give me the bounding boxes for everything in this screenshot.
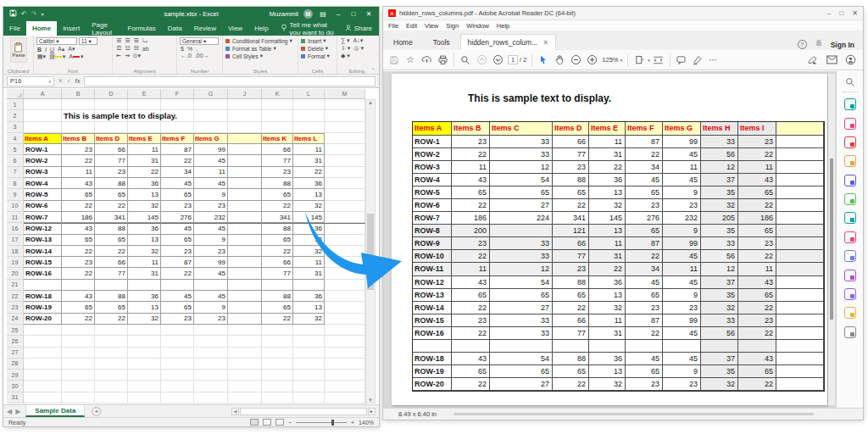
name-box[interactable]: P16▾ bbox=[7, 76, 54, 86]
excel-cell[interactable] bbox=[24, 392, 62, 403]
close-doc-tab-icon[interactable]: ✕ bbox=[542, 38, 548, 47]
cell-styles-button[interactable]: Cell Styles ▾ bbox=[225, 53, 296, 59]
excel-row-label-cell[interactable]: ROW-13 bbox=[24, 235, 62, 246]
excel-header-cell[interactable]: Items A bbox=[24, 133, 62, 144]
excel-cell[interactable] bbox=[95, 325, 128, 336]
excel-data-cell[interactable]: 66 bbox=[262, 257, 293, 268]
excel-cell[interactable] bbox=[194, 99, 228, 110]
request-signatures-icon[interactable] bbox=[844, 270, 856, 281]
row-number[interactable]: 21 bbox=[7, 280, 24, 291]
column-header-G[interactable]: G bbox=[194, 89, 228, 99]
excel-tab-page-layout[interactable]: Page Layout bbox=[86, 21, 121, 36]
excel-data-cell[interactable]: 34 bbox=[161, 167, 194, 178]
print-icon[interactable] bbox=[435, 53, 450, 67]
excel-data-cell[interactable]: 9 bbox=[194, 189, 228, 200]
excel-data-cell[interactable]: 45 bbox=[194, 268, 228, 279]
excel-data-cell[interactable]: 23 bbox=[194, 201, 228, 212]
excel-cell[interactable] bbox=[325, 235, 365, 246]
excel-row-label-cell[interactable]: ROW-1 bbox=[24, 144, 62, 155]
excel-row-label-cell[interactable]: ROW-7 bbox=[24, 212, 62, 223]
excel-row-label-cell[interactable]: ROW-18 bbox=[24, 291, 62, 302]
column-header-E[interactable]: E bbox=[128, 89, 161, 99]
excel-cell[interactable] bbox=[62, 336, 95, 347]
excel-data-cell[interactable]: 43 bbox=[62, 178, 95, 189]
excel-cell[interactable] bbox=[228, 348, 262, 359]
excel-cell[interactable] bbox=[62, 381, 95, 392]
excel-data-cell[interactable]: 66 bbox=[262, 144, 293, 155]
excel-header-cell[interactable]: Items E bbox=[128, 133, 161, 144]
tab-document[interactable]: hidden_rows_colum...✕ bbox=[460, 34, 557, 50]
menu-edit[interactable]: Edit bbox=[406, 22, 417, 30]
underline-button[interactable]: U bbox=[49, 47, 55, 53]
page-display-icon[interactable] bbox=[632, 53, 647, 67]
excel-data-cell[interactable]: 22 bbox=[262, 201, 293, 212]
menu-window[interactable]: Window bbox=[466, 22, 489, 30]
font-grow-icon[interactable]: A▴ bbox=[57, 46, 65, 53]
excel-cell[interactable] bbox=[24, 325, 62, 336]
row-number[interactable]: 19 bbox=[7, 257, 24, 268]
excel-cell[interactable] bbox=[161, 381, 194, 392]
excel-data-cell[interactable]: 22 bbox=[95, 314, 128, 325]
excel-cell[interactable] bbox=[161, 336, 194, 347]
collapse-ribbon-icon[interactable]: ⌃ bbox=[371, 67, 376, 73]
formula-input[interactable] bbox=[84, 76, 376, 86]
excel-data-cell[interactable]: 22 bbox=[62, 246, 95, 257]
page-break-view-icon[interactable] bbox=[275, 419, 284, 426]
excel-data-cell[interactable] bbox=[228, 246, 262, 257]
excel-data-cell[interactable]: 22 bbox=[161, 155, 194, 166]
excel-data-cell[interactable]: 11 bbox=[128, 257, 161, 268]
comment-tool-icon[interactable] bbox=[674, 53, 689, 67]
excel-tab-formulas[interactable]: Formulas bbox=[121, 21, 161, 36]
excel-cell[interactable] bbox=[194, 280, 228, 291]
excel-cell[interactable] bbox=[262, 348, 293, 359]
excel-data-cell[interactable]: 65 bbox=[161, 189, 194, 200]
account-icon[interactable] bbox=[843, 53, 858, 67]
menu-sign[interactable]: Sign bbox=[446, 22, 459, 30]
excel-data-cell[interactable]: 23 bbox=[262, 167, 293, 178]
excel-cell[interactable] bbox=[161, 280, 194, 291]
excel-data-cell[interactable] bbox=[228, 189, 262, 200]
row-number[interactable]: 16 bbox=[7, 223, 24, 234]
row-number[interactable]: 18 bbox=[7, 246, 24, 257]
excel-data-cell[interactable]: 11 bbox=[62, 167, 95, 178]
excel-cell[interactable] bbox=[161, 122, 194, 133]
excel-row-label-cell[interactable]: ROW-20 bbox=[24, 314, 62, 325]
excel-data-cell[interactable]: 11 bbox=[128, 144, 161, 155]
column-header-F[interactable]: F bbox=[161, 89, 194, 99]
excel-data-cell[interactable]: 45 bbox=[194, 291, 228, 302]
excel-data-cell[interactable]: 23 bbox=[161, 201, 194, 212]
excel-data-cell[interactable]: 45 bbox=[194, 155, 228, 166]
format-cells-button[interactable]: Format ▾ bbox=[301, 53, 335, 59]
excel-cell[interactable] bbox=[128, 99, 161, 110]
excel-cell[interactable] bbox=[325, 189, 365, 200]
row-number[interactable]: 8 bbox=[7, 178, 24, 189]
excel-data-cell[interactable]: 45 bbox=[161, 178, 194, 189]
excel-cell[interactable] bbox=[62, 99, 95, 110]
merge-center-icon[interactable]: ⊙▾ bbox=[132, 53, 142, 59]
excel-data-cell[interactable]: 65 bbox=[262, 189, 293, 200]
column-header-D[interactable]: D bbox=[95, 89, 128, 99]
excel-data-cell[interactable] bbox=[228, 178, 262, 189]
export-pdf-icon[interactable] bbox=[844, 98, 856, 110]
pdf-vertical-scrollbar[interactable] bbox=[828, 74, 835, 405]
excel-cell[interactable] bbox=[325, 257, 365, 268]
excel-row-label-cell[interactable]: ROW-19 bbox=[24, 302, 62, 313]
excel-cell[interactable] bbox=[161, 99, 194, 110]
excel-cell[interactable] bbox=[161, 370, 194, 381]
borders-icon[interactable]: ▦▾ bbox=[36, 53, 47, 60]
excel-data-cell[interactable]: 9 bbox=[194, 235, 228, 246]
excel-cell[interactable] bbox=[262, 359, 293, 370]
row-number[interactable]: 7 bbox=[7, 167, 24, 178]
excel-data-cell[interactable]: 31 bbox=[293, 268, 325, 279]
excel-data-cell[interactable]: 36 bbox=[293, 291, 325, 302]
excel-row-label-cell[interactable]: ROW-12 bbox=[24, 223, 62, 234]
pdf-horizontal-scrollbar[interactable] bbox=[453, 413, 814, 415]
excel-cell[interactable] bbox=[325, 110, 365, 121]
excel-cell[interactable] bbox=[325, 381, 365, 392]
excel-cell[interactable] bbox=[262, 392, 293, 403]
row-number[interactable]: 10 bbox=[7, 201, 24, 212]
excel-tab-data[interactable]: Data bbox=[162, 21, 188, 36]
excel-cell[interactable] bbox=[161, 392, 194, 403]
excel-cell[interactable] bbox=[325, 325, 365, 336]
decimal-decrease-icon[interactable]: .00→ bbox=[194, 53, 210, 58]
